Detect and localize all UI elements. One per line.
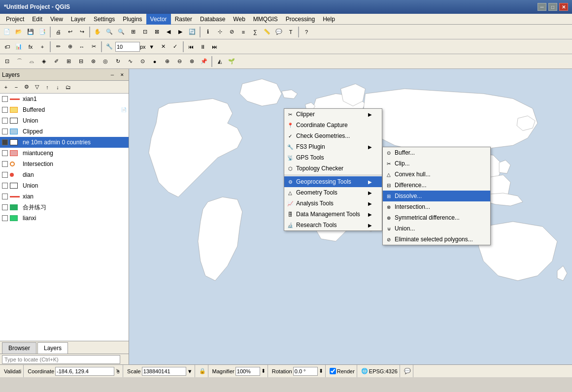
menu-coordinate-capture[interactable]: 📍 Coordinate Capture <box>284 120 382 131</box>
add-feature-btn[interactable]: ⊕ <box>64 41 76 53</box>
menu-difference[interactable]: ⊟ Difference... <box>383 180 490 191</box>
reshape-btn[interactable]: ⊛ <box>87 56 99 67</box>
layer-item-xian1[interactable]: xian1 <box>0 94 129 104</box>
x-btn[interactable]: ✕ <box>158 41 169 53</box>
deselect-btn[interactable]: ⊘ <box>226 26 237 38</box>
split-btn[interactable]: ⊟ <box>75 56 87 67</box>
redo-btn[interactable]: ↪ <box>76 26 88 38</box>
simplify-btn[interactable]: ∿ <box>124 56 136 67</box>
menu-eliminate-selected[interactable]: ⊘ Eliminate selected polygons... <box>383 234 490 245</box>
menu-mmqgis[interactable]: MMQGIS <box>249 14 282 25</box>
fill-ring-btn[interactable]: ● <box>149 56 161 67</box>
status-render[interactable]: Render <box>328 365 357 377</box>
measure-btn[interactable]: 📏 <box>261 26 273 38</box>
refresh-btn[interactable]: 🔄 <box>186 26 198 38</box>
move-feature-btn[interactable]: ↔ <box>76 41 88 53</box>
edit2-btn[interactable]: ✐ <box>50 56 62 67</box>
menu-geometry-tools[interactable]: △ Geometry Tools ▶ <box>284 187 382 198</box>
zoom-prev-btn[interactable]: ◀ <box>163 26 174 38</box>
layer-checkbox-buffered[interactable] <box>2 107 8 113</box>
layer-checkbox-intersection[interactable] <box>2 161 8 167</box>
delete-ring-btn[interactable]: ⊖ <box>173 56 185 67</box>
curved-btn[interactable]: ⌒ <box>13 56 25 67</box>
delete-btn[interactable]: ✂ <box>88 41 100 53</box>
part-btn[interactable]: ⊕ <box>161 56 173 67</box>
coordinate-input[interactable] <box>55 367 114 376</box>
new-project-btn[interactable]: 📄 <box>1 26 13 38</box>
layer-checkbox-lianxi[interactable] <box>2 215 8 221</box>
menu-view[interactable]: View <box>46 14 67 25</box>
locate-input[interactable] <box>2 355 120 364</box>
layer-up-btn[interactable]: ↑ <box>42 82 52 92</box>
zoom-selection-btn[interactable]: ⊠ <box>151 26 163 38</box>
menu-check-geometries[interactable]: ✓ Check Geometries... <box>284 131 382 141</box>
snap-btn[interactable]: 🔧 <box>103 41 115 53</box>
layer-item-ne10m[interactable]: ne 10m admin 0 countries <box>0 137 129 148</box>
layer-checkbox-dian[interactable] <box>2 172 8 178</box>
annotation-btn[interactable]: 💬 <box>273 26 285 38</box>
rotation-input[interactable] <box>293 367 318 376</box>
layer-checkbox-clipped[interactable] <box>2 129 8 134</box>
menu-intersection[interactable]: ⊗ Intersection... <box>383 201 490 212</box>
layer-checkbox-ne10m[interactable] <box>2 139 8 145</box>
layer-item-intersection[interactable]: Intersection <box>0 159 129 169</box>
statistical-btn[interactable]: ∑ <box>249 26 261 38</box>
layer-checkbox-miantuceng[interactable] <box>2 150 8 156</box>
tab-browser[interactable]: Browser <box>2 342 36 354</box>
rotation-spinner[interactable]: ⬍ <box>319 368 323 374</box>
menu-analysis-tools[interactable]: 📈 Analysis Tools ▶ <box>284 198 382 209</box>
menu-project[interactable]: Project <box>2 14 28 25</box>
menu-data-management-tools[interactable]: 🗄 Data Management Tools ▶ <box>284 209 382 220</box>
menu-union[interactable]: ⊎ Union... <box>383 223 490 234</box>
clip-btn[interactable]: ⏭ <box>209 41 221 53</box>
undo-btn[interactable]: ↩ <box>64 26 76 38</box>
delete-part-btn[interactable]: ⊗ <box>186 56 198 67</box>
layer-item-miantuceng[interactable]: miantuceng <box>0 148 129 159</box>
layer-item-union2[interactable]: Union <box>0 180 129 191</box>
layer-add-btn[interactable]: + <box>1 82 11 92</box>
layer-checkbox-hejian[interactable] <box>2 204 8 210</box>
check-btn[interactable]: ✓ <box>169 41 181 53</box>
menu-buffer[interactable]: ⊙ Buffer... <box>383 147 490 158</box>
prev-btn[interactable]: ⏮ <box>185 41 197 53</box>
zoom-layer-btn[interactable]: ⊡ <box>139 26 151 38</box>
menu-dissolve[interactable]: ⊞ Dissolve... <box>383 191 490 201</box>
menu-clipper[interactable]: ✂ Clipper ▶ <box>284 109 382 120</box>
layer-remove-btn[interactable]: − <box>11 82 21 92</box>
close-button[interactable]: ✕ <box>559 3 568 11</box>
layer-item-xian[interactable]: xian <box>0 191 129 202</box>
text-annot-btn[interactable]: T <box>285 26 297 38</box>
menu-layer[interactable]: Layer <box>67 14 90 25</box>
maximize-button[interactable]: □ <box>548 3 557 11</box>
rotate-btn[interactable]: ↻ <box>112 56 124 67</box>
field-calc-btn[interactable]: fx <box>25 41 36 53</box>
ring-btn[interactable]: ⊙ <box>136 56 148 67</box>
node-btn[interactable]: ◈ <box>38 56 50 67</box>
add-selected-btn[interactable]: + <box>36 41 48 53</box>
menu-symmetrical-difference[interactable]: ⊕ Symmetrical difference... <box>383 212 490 223</box>
status-epsg[interactable]: 🌐 EPSG:4326 <box>359 365 400 377</box>
menu-fs3-plugin[interactable]: 🔧 FS3 Plugin ▶ <box>284 141 382 152</box>
offset-btn[interactable]: ◎ <box>100 56 111 67</box>
layer-checkbox-xian1[interactable] <box>2 96 8 102</box>
menu-gps-tools[interactable]: 📡 GPS Tools <box>284 152 382 163</box>
magnifier-spinner[interactable]: ⬍ <box>261 368 266 374</box>
menu-clip[interactable]: ✂ Clip... <box>383 158 490 169</box>
menu-research-tools[interactable]: 🔬 Research Tools ▶ <box>284 220 382 230</box>
label-btn[interactable]: 🏷 <box>1 41 13 53</box>
menu-geoprocessing-tools[interactable]: ⚙ Geoprocessing Tools ▶ <box>284 176 382 187</box>
layer-item-lianxi[interactable]: lianxi <box>0 213 129 224</box>
layer-checkbox-union2[interactable] <box>2 183 8 189</box>
save-as-btn[interactable]: 📑 <box>36 26 48 38</box>
model-btn[interactable]: ◭ <box>214 56 226 67</box>
zoom-in-btn[interactable]: 🔍 <box>103 26 115 38</box>
zoom-full-btn[interactable]: ⊞ <box>127 26 139 38</box>
layer-down-btn[interactable]: ↓ <box>53 82 63 92</box>
magnifier-input[interactable] <box>236 367 260 376</box>
zoom-out-btn[interactable]: 🔍 <box>115 26 127 38</box>
layers-close-btn[interactable]: ✕ <box>118 70 127 79</box>
arc-btn[interactable]: ⌓ <box>26 56 37 67</box>
status-validate[interactable]: Validati <box>2 365 24 377</box>
scale-input[interactable] <box>142 367 186 376</box>
edit-btn[interactable]: ✏ <box>52 41 64 53</box>
